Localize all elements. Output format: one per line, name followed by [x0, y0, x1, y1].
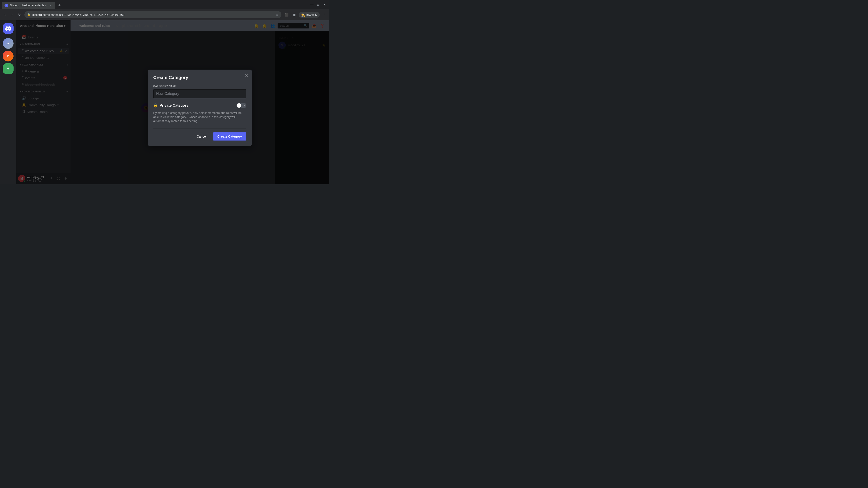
- sidebar-button[interactable]: ▣: [291, 11, 297, 18]
- minimize-button[interactable]: —: [309, 2, 315, 7]
- active-tab[interactable]: d Discord | #welcome-and-rules | ✕: [2, 2, 55, 9]
- private-category-label: Private Category: [160, 103, 188, 107]
- headphone-button[interactable]: 🎧: [55, 175, 61, 182]
- channel-stream-room[interactable]: 🖥 Stream Room: [18, 108, 69, 115]
- lock-icon: 🔒: [27, 13, 31, 16]
- category-text-name: TEXT CHANNELS: [22, 63, 65, 66]
- window-controls: — ⊡ ✕: [309, 2, 327, 7]
- header-topic: Sample Discord for arts and images!: [116, 24, 250, 28]
- header-actions: 🔔 🔔 👥 Search 🔍 📥 ❓: [253, 23, 326, 29]
- channel-events-name: events: [25, 76, 62, 80]
- user-avatar: M: [18, 175, 25, 182]
- members-button[interactable]: 👥: [270, 23, 276, 29]
- category-information-header[interactable]: ▾ INFORMATION +: [16, 41, 70, 47]
- user-action-buttons: 🎙 🎧 ⚙: [48, 175, 69, 182]
- private-category-description: By making a category private, only selec…: [153, 111, 246, 123]
- close-button[interactable]: ✕: [322, 2, 327, 7]
- inbox-button[interactable]: 📥: [311, 23, 317, 29]
- new-tab-button[interactable]: +: [56, 2, 63, 8]
- server-header[interactable]: Arts and Photos Here-Disc ▾: [16, 20, 70, 31]
- address-bar[interactable]: 🔒 discord.com/channels/11823614564617503…: [24, 11, 281, 18]
- tab-favicon: d: [4, 4, 8, 7]
- forward-button[interactable]: ›: [9, 11, 16, 18]
- channel-general-name: general: [28, 69, 67, 73]
- cast-button[interactable]: ⬛: [283, 11, 289, 18]
- channel-ideas-name: ideas-and-feedback: [25, 83, 67, 86]
- search-placeholder: Search: [279, 24, 289, 27]
- channel-announcements-name: announcements: [25, 56, 67, 59]
- channel-lounge[interactable]: 🔊 Lounge: [18, 95, 69, 101]
- more-options-button[interactable]: ⋮: [321, 11, 327, 18]
- modal-backdrop[interactable]: Create Category ✕ CATEGORY NAME 🔒 Privat…: [70, 31, 329, 184]
- category-voice: ▾ VOICE CHANNELS + 🔊 Lounge 🔔 Community …: [16, 88, 70, 115]
- user-status-dot: [23, 180, 26, 182]
- lock-icon: 🔒: [153, 103, 158, 107]
- settings-button[interactable]: ⚙: [62, 175, 69, 182]
- pin-button[interactable]: 🔔: [261, 23, 268, 29]
- server-icon-2[interactable]: P: [3, 51, 13, 61]
- user-area: M moodjoy_71 moodjoy71_0... 🎙 🎧 ⚙: [16, 173, 70, 184]
- category-information: ▾ INFORMATION + # welcome-and-rules 🔒 ⚙ …: [16, 41, 70, 61]
- tab-title: Discord | #welcome-and-rules |: [10, 4, 47, 7]
- category-voice-header[interactable]: ▾ VOICE CHANNELS +: [16, 88, 70, 95]
- browser-chrome: d Discord | #welcome-and-rules | ✕ + — ⊡…: [0, 0, 329, 20]
- main-content: # welcome-and-rules Sample Discord for a…: [70, 20, 329, 184]
- category-text-header[interactable]: ▾ TEXT CHANNELS +: [16, 61, 70, 68]
- search-bar[interactable]: Search 🔍: [278, 23, 309, 29]
- browser-action-buttons: ⬛ ▣ 🕵 Incognito ⋮: [283, 11, 327, 18]
- channel-events[interactable]: # events 1: [18, 74, 69, 81]
- server-divider: [4, 36, 12, 36]
- username: moodjoy_71: [27, 175, 46, 179]
- bookmark-icon: ☆: [276, 13, 279, 17]
- chat-wrapper: 😊 Send your first message ✓ moo... He...…: [70, 31, 329, 184]
- threads-button[interactable]: 🔔: [253, 23, 259, 29]
- channel-lounge-name: Lounge: [28, 96, 67, 100]
- create-category-button[interactable]: Create Category: [213, 132, 246, 140]
- server-icon-3[interactable]: +: [3, 63, 13, 74]
- browser-controls: ‹ › ↻ 🔒 discord.com/channels/11823614564…: [0, 9, 329, 20]
- refresh-button[interactable]: ↻: [16, 11, 23, 18]
- help-button[interactable]: ❓: [319, 23, 326, 29]
- url-text: discord.com/channels/1182361456461750375…: [32, 13, 274, 17]
- maximize-button[interactable]: ⊡: [315, 2, 321, 7]
- create-category-modal: Create Category ✕ CATEGORY NAME 🔒 Privat…: [148, 70, 252, 146]
- category-name-label: CATEGORY NAME: [153, 85, 246, 88]
- channel-community-name: Community Hangout: [28, 103, 67, 107]
- category-name-input[interactable]: [153, 89, 246, 98]
- channel-announcements[interactable]: # announcements: [18, 54, 69, 61]
- voice-channel-icon: 🔊: [22, 96, 26, 100]
- header-channel-icon: #: [74, 23, 76, 28]
- channel-welcome-and-rules[interactable]: # welcome-and-rules 🔒 ⚙: [18, 48, 69, 54]
- channels-list: 📅 Events ▾ INFORMATION + # welcome-and-r…: [16, 31, 70, 173]
- channel-ideas[interactable]: # ideas-and-feedback: [18, 81, 69, 88]
- text-channel-icon-4: #: [22, 76, 24, 80]
- channel-general[interactable]: + # general: [18, 68, 69, 74]
- incognito-badge: 🕵 Incognito: [299, 12, 320, 18]
- user-tag: moodjoy71_0...: [27, 179, 46, 182]
- back-button[interactable]: ‹: [2, 11, 8, 18]
- text-channel-icon-2: #: [22, 55, 24, 59]
- channel-community-hangout[interactable]: 🔔 Community Hangout: [18, 102, 69, 108]
- server-icon-discord[interactable]: [3, 23, 13, 34]
- voice-category-add-button[interactable]: +: [66, 89, 69, 94]
- user-info: moodjoy_71 moodjoy71_0...: [27, 175, 46, 182]
- events-item[interactable]: 📅 Events: [18, 33, 69, 41]
- header-channel-name: welcome-and-rules: [79, 24, 110, 28]
- incognito-label: Incognito: [306, 13, 317, 16]
- tab-close-button[interactable]: ✕: [49, 4, 53, 7]
- category-add-button[interactable]: +: [66, 42, 69, 46]
- channel-sidebar: Arts and Photos Here-Disc ▾ 📅 Events ▾ I…: [16, 20, 70, 184]
- mic-button[interactable]: 🎙: [48, 175, 54, 182]
- modal-title: Create Category: [153, 75, 246, 80]
- events-badge: 1: [63, 76, 67, 79]
- modal-footer: Cancel Create Category: [153, 129, 246, 140]
- text-category-add-button[interactable]: +: [66, 62, 69, 67]
- voice-notification-icon: 🔔: [22, 103, 26, 107]
- server-list: A P +: [0, 20, 16, 184]
- cancel-button[interactable]: Cancel: [193, 132, 210, 140]
- private-category-toggle[interactable]: ✕: [237, 103, 246, 108]
- server-icon-1[interactable]: A: [3, 38, 13, 49]
- private-category-row: 🔒 Private Category ✕: [153, 103, 246, 108]
- toggle-x-icon: ✕: [243, 104, 246, 107]
- modal-close-button[interactable]: ✕: [244, 73, 248, 78]
